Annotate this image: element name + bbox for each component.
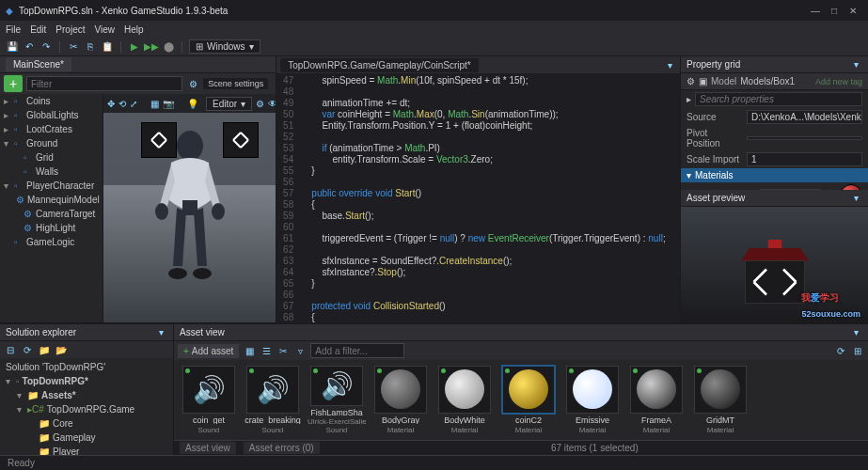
vp-settings-icon[interactable]: ⚙ <box>256 97 264 110</box>
solution-item[interactable]: ▾▫TopDownRPG* <box>2 374 171 388</box>
hierarchy-item[interactable]: ▸▫Coins <box>0 94 103 108</box>
hierarchy-item[interactable]: ⚙MannequinModel <box>0 193 103 207</box>
menu-project[interactable]: Project <box>55 24 85 35</box>
rotate-gizmo-icon[interactable]: ⟲ <box>118 97 126 110</box>
light-icon[interactable]: 💡 <box>187 97 198 110</box>
hierarchy-item[interactable]: ▸▫GlobalLights <box>0 108 103 122</box>
platform-dropdown[interactable]: ⊞ Windows ▾ <box>189 39 260 54</box>
scene-tab[interactable]: MainScene* <box>6 57 71 71</box>
breadcrumb[interactable]: Models/Box1 <box>740 76 795 86</box>
asset-thumb[interactable]: 🔊 <box>310 366 363 406</box>
asset-preview-viewport[interactable]: 我爱学习 52souxue.com <box>681 207 868 323</box>
menu-file[interactable]: File <box>6 24 21 35</box>
asset-item[interactable]: 🔊crate_breakingSound <box>244 366 302 434</box>
asset-filter-icon[interactable]: ▿ <box>293 344 307 357</box>
asset-view-list-icon[interactable]: ☰ <box>260 344 273 357</box>
hierarchy-item[interactable]: ▫Walls <box>0 164 103 179</box>
asset-item[interactable]: 🔊FishLampShaUlrick-ExerciSaliesSound <box>308 366 366 434</box>
panel-menu-icon[interactable]: ▾ <box>154 326 167 339</box>
asset-thumb[interactable] <box>566 366 619 414</box>
code-tab[interactable]: TopDownRPG.Game/Gameplay/CoinScript* <box>280 58 479 72</box>
menu-view[interactable]: View <box>94 24 115 35</box>
editor-mode-dropdown[interactable]: Editor ▾ <box>206 97 252 111</box>
scene-settings-tab[interactable]: Scene settings <box>203 78 268 89</box>
asset-item[interactable]: 🔊coin_getSound <box>180 366 238 434</box>
paste-icon[interactable]: 📋 <box>101 40 114 54</box>
player-character[interactable] <box>143 125 237 294</box>
hierarchy-item[interactable]: ⚙HighLight <box>0 221 103 235</box>
menu-edit[interactable]: Edit <box>30 24 46 35</box>
hierarchy-item[interactable]: ▾▫Ground <box>0 136 103 150</box>
asset-item[interactable]: EmissiveMaterial <box>563 366 622 434</box>
snap-icon[interactable]: ▦ <box>150 97 159 110</box>
hierarchy-item[interactable]: ▸▫LootCrates <box>0 122 103 136</box>
code-text[interactable]: spinSpeed = Math.Min(10f, spinSpeed + dt… <box>297 73 680 323</box>
asset-thumb[interactable]: 🔊 <box>246 366 299 414</box>
asset-thumb[interactable] <box>374 366 427 414</box>
asset-errors-tab[interactable]: Asset errors (0) <box>244 442 320 454</box>
asset-filter-input[interactable] <box>310 343 404 358</box>
move-gizmo-icon[interactable]: ✥ <box>107 97 115 110</box>
camera-icon[interactable]: 📷 <box>163 97 174 110</box>
hierarchy-item[interactable]: ▫Grid <box>0 150 103 164</box>
asset-recursive-icon[interactable]: ⊞ <box>851 344 864 357</box>
solution-root[interactable]: Solution 'TopDownRPG' <box>2 360 171 374</box>
live-icon[interactable]: ⬤ <box>162 40 175 54</box>
asset-view-tab[interactable]: Asset view <box>180 442 236 454</box>
play-icon[interactable]: ▶ <box>128 40 141 54</box>
asset-thumb[interactable] <box>630 366 683 414</box>
undo-icon[interactable]: ↶ <box>23 40 36 54</box>
property-value[interactable]: D:\XenkoA...\Models\XenkoCrate.fbx <box>747 110 862 124</box>
asset-view-grid-icon[interactable]: ▦ <box>243 344 256 357</box>
add-entity-button[interactable]: + <box>4 75 23 92</box>
collapse-icon[interactable]: ⊟ <box>4 343 17 356</box>
add-tag-button[interactable]: Add new tag <box>815 77 862 86</box>
vp-view-icon[interactable]: 👁 <box>268 97 276 110</box>
scale-gizmo-icon[interactable]: ⤢ <box>130 97 137 110</box>
solution-item[interactable]: ▾▸C#TopDownRPG.Game <box>2 402 171 416</box>
scene-viewport[interactable]: ✥ ⟲ ⤢ ▦ 📷 💡 Editor ▾ ⚙ 👁 ▦ ⛶ <box>103 94 276 322</box>
solution-item[interactable]: 📁Core <box>2 416 171 431</box>
new-folder-icon[interactable]: 📁 <box>38 343 51 356</box>
property-search-input[interactable] <box>695 92 862 106</box>
maximize-button[interactable]: □ <box>825 6 844 16</box>
panel-menu-icon[interactable]: ▾ <box>849 192 862 205</box>
hierarchy-item[interactable]: ⚙CameraTarget <box>0 207 103 221</box>
asset-item[interactable]: FrameAMaterial <box>627 366 686 434</box>
solution-item[interactable]: 📁Player <box>2 445 171 455</box>
property-value[interactable]: 1 <box>747 152 862 166</box>
asset-thumb[interactable] <box>502 366 555 414</box>
property-value[interactable] <box>747 136 862 140</box>
asset-thumb[interactable] <box>438 366 491 414</box>
hierarchy-filter-input[interactable] <box>26 76 182 91</box>
minimize-button[interactable]: — <box>806 6 825 16</box>
play-debug-icon[interactable]: ▶▶ <box>145 40 158 54</box>
hierarchy-item[interactable]: ▾▫PlayerCharacter <box>0 179 103 193</box>
close-button[interactable]: ✕ <box>844 6 862 16</box>
panel-menu-icon[interactable]: ▾ <box>849 58 862 71</box>
copy-icon[interactable]: ⎘ <box>84 40 97 54</box>
solution-item[interactable]: ▾📁Assets* <box>2 388 171 402</box>
sync-icon[interactable]: ⟳ <box>21 343 34 356</box>
hierarchy-item[interactable]: ▫GameLogic <box>0 235 103 249</box>
save-icon[interactable]: 💾 <box>6 40 19 54</box>
asset-thumb[interactable]: 🔊 <box>182 366 235 414</box>
filter-icon[interactable]: ⚙ <box>186 77 199 90</box>
solution-item[interactable]: 📁Gameplay <box>2 431 171 445</box>
add-asset-button[interactable]: +Add asset <box>178 344 239 358</box>
asset-item[interactable]: BodyGrayMaterial <box>371 366 430 434</box>
materials-section-header[interactable]: ▾ Materials <box>681 168 868 182</box>
cut-icon[interactable]: ✂ <box>67 40 80 54</box>
panel-menu-icon[interactable]: ▾ <box>849 326 862 339</box>
asset-cut-icon[interactable]: ✂ <box>276 344 290 357</box>
asset-thumb[interactable] <box>694 366 747 414</box>
asset-refresh-icon[interactable]: ⟳ <box>834 344 847 357</box>
asset-item[interactable]: GridMTMaterial <box>691 366 750 434</box>
expand-all-icon[interactable]: ▸ <box>687 94 691 104</box>
menu-help[interactable]: Help <box>124 24 144 35</box>
redo-icon[interactable]: ↷ <box>39 40 53 54</box>
asset-item[interactable]: coinC2Material <box>499 366 558 434</box>
open-folder-icon[interactable]: 📂 <box>55 343 68 356</box>
asset-item[interactable]: BodyWhiteMaterial <box>435 366 494 434</box>
code-panel-menu-icon[interactable]: ▾ <box>663 58 676 71</box>
